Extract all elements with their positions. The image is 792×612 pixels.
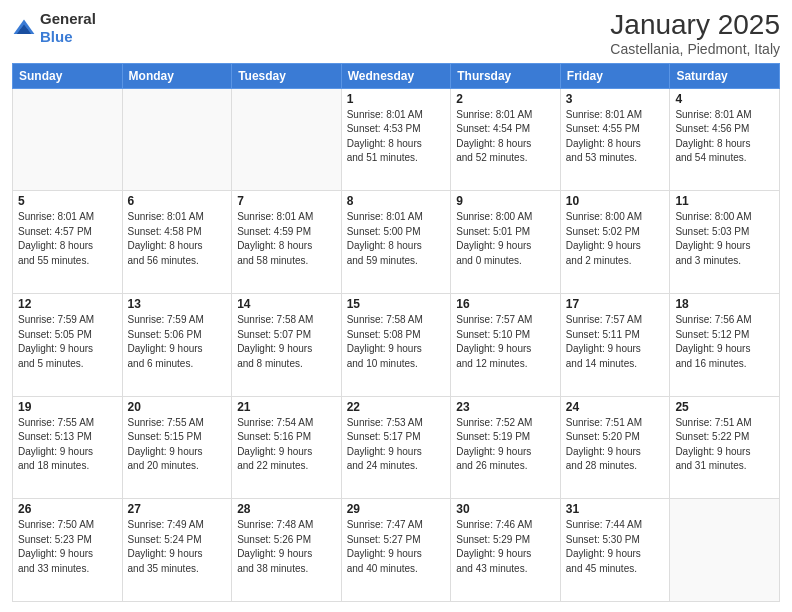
calendar-cell-w5-d2: 27Sunrise: 7:49 AM Sunset: 5:24 PM Dayli… bbox=[122, 499, 232, 602]
logo-text: General Blue bbox=[40, 10, 96, 46]
month-title: January 2025 bbox=[610, 10, 780, 41]
day-info: Sunrise: 8:01 AM Sunset: 4:59 PM Dayligh… bbox=[237, 210, 336, 268]
day-number: 21 bbox=[237, 400, 336, 414]
day-number: 18 bbox=[675, 297, 774, 311]
day-info: Sunrise: 7:48 AM Sunset: 5:26 PM Dayligh… bbox=[237, 518, 336, 576]
day-number: 12 bbox=[18, 297, 117, 311]
day-number: 5 bbox=[18, 194, 117, 208]
calendar-cell-w4-d6: 24Sunrise: 7:51 AM Sunset: 5:20 PM Dayli… bbox=[560, 396, 670, 499]
day-number: 10 bbox=[566, 194, 665, 208]
day-info: Sunrise: 8:00 AM Sunset: 5:03 PM Dayligh… bbox=[675, 210, 774, 268]
calendar-cell-w3-d4: 15Sunrise: 7:58 AM Sunset: 5:08 PM Dayli… bbox=[341, 294, 451, 397]
day-number: 28 bbox=[237, 502, 336, 516]
day-number: 13 bbox=[128, 297, 227, 311]
day-info: Sunrise: 8:01 AM Sunset: 4:54 PM Dayligh… bbox=[456, 108, 555, 166]
day-info: Sunrise: 7:55 AM Sunset: 5:13 PM Dayligh… bbox=[18, 416, 117, 474]
day-info: Sunrise: 7:51 AM Sunset: 5:22 PM Dayligh… bbox=[675, 416, 774, 474]
day-info: Sunrise: 7:59 AM Sunset: 5:06 PM Dayligh… bbox=[128, 313, 227, 371]
calendar-cell-w4-d7: 25Sunrise: 7:51 AM Sunset: 5:22 PM Dayli… bbox=[670, 396, 780, 499]
day-number: 16 bbox=[456, 297, 555, 311]
day-info: Sunrise: 8:00 AM Sunset: 5:02 PM Dayligh… bbox=[566, 210, 665, 268]
calendar-cell-w1-d3 bbox=[232, 88, 342, 191]
logo-icon bbox=[12, 18, 36, 38]
day-number: 30 bbox=[456, 502, 555, 516]
calendar-cell-w4-d5: 23Sunrise: 7:52 AM Sunset: 5:19 PM Dayli… bbox=[451, 396, 561, 499]
day-info: Sunrise: 7:57 AM Sunset: 5:11 PM Dayligh… bbox=[566, 313, 665, 371]
weekday-header-row: Sunday Monday Tuesday Wednesday Thursday… bbox=[13, 63, 780, 88]
calendar-cell-w5-d6: 31Sunrise: 7:44 AM Sunset: 5:30 PM Dayli… bbox=[560, 499, 670, 602]
day-info: Sunrise: 7:49 AM Sunset: 5:24 PM Dayligh… bbox=[128, 518, 227, 576]
calendar-cell-w1-d4: 1Sunrise: 8:01 AM Sunset: 4:53 PM Daylig… bbox=[341, 88, 451, 191]
day-info: Sunrise: 8:01 AM Sunset: 4:57 PM Dayligh… bbox=[18, 210, 117, 268]
calendar-cell-w1-d5: 2Sunrise: 8:01 AM Sunset: 4:54 PM Daylig… bbox=[451, 88, 561, 191]
logo-general: General bbox=[40, 10, 96, 27]
calendar-cell-w2-d7: 11Sunrise: 8:00 AM Sunset: 5:03 PM Dayli… bbox=[670, 191, 780, 294]
calendar-cell-w1-d1 bbox=[13, 88, 123, 191]
day-info: Sunrise: 7:58 AM Sunset: 5:07 PM Dayligh… bbox=[237, 313, 336, 371]
day-info: Sunrise: 7:53 AM Sunset: 5:17 PM Dayligh… bbox=[347, 416, 446, 474]
day-info: Sunrise: 7:56 AM Sunset: 5:12 PM Dayligh… bbox=[675, 313, 774, 371]
header-wednesday: Wednesday bbox=[341, 63, 451, 88]
day-info: Sunrise: 7:59 AM Sunset: 5:05 PM Dayligh… bbox=[18, 313, 117, 371]
calendar-cell-w4-d2: 20Sunrise: 7:55 AM Sunset: 5:15 PM Dayli… bbox=[122, 396, 232, 499]
day-number: 4 bbox=[675, 92, 774, 106]
day-number: 8 bbox=[347, 194, 446, 208]
day-number: 11 bbox=[675, 194, 774, 208]
calendar-cell-w4-d1: 19Sunrise: 7:55 AM Sunset: 5:13 PM Dayli… bbox=[13, 396, 123, 499]
calendar-cell-w3-d7: 18Sunrise: 7:56 AM Sunset: 5:12 PM Dayli… bbox=[670, 294, 780, 397]
header-sunday: Sunday bbox=[13, 63, 123, 88]
day-info: Sunrise: 8:01 AM Sunset: 4:56 PM Dayligh… bbox=[675, 108, 774, 166]
day-number: 27 bbox=[128, 502, 227, 516]
day-info: Sunrise: 7:58 AM Sunset: 5:08 PM Dayligh… bbox=[347, 313, 446, 371]
calendar-cell-w3-d3: 14Sunrise: 7:58 AM Sunset: 5:07 PM Dayli… bbox=[232, 294, 342, 397]
day-number: 20 bbox=[128, 400, 227, 414]
calendar-cell-w2-d3: 7Sunrise: 8:01 AM Sunset: 4:59 PM Daylig… bbox=[232, 191, 342, 294]
calendar-cell-w1-d2 bbox=[122, 88, 232, 191]
calendar-cell-w2-d2: 6Sunrise: 8:01 AM Sunset: 4:58 PM Daylig… bbox=[122, 191, 232, 294]
day-number: 31 bbox=[566, 502, 665, 516]
day-info: Sunrise: 8:00 AM Sunset: 5:01 PM Dayligh… bbox=[456, 210, 555, 268]
week-row-3: 12Sunrise: 7:59 AM Sunset: 5:05 PM Dayli… bbox=[13, 294, 780, 397]
day-number: 17 bbox=[566, 297, 665, 311]
day-number: 6 bbox=[128, 194, 227, 208]
calendar-cell-w5-d7 bbox=[670, 499, 780, 602]
calendar-cell-w1-d6: 3Sunrise: 8:01 AM Sunset: 4:55 PM Daylig… bbox=[560, 88, 670, 191]
calendar-cell-w5-d3: 28Sunrise: 7:48 AM Sunset: 5:26 PM Dayli… bbox=[232, 499, 342, 602]
header-monday: Monday bbox=[122, 63, 232, 88]
calendar-body: 1Sunrise: 8:01 AM Sunset: 4:53 PM Daylig… bbox=[13, 88, 780, 601]
calendar-cell-w2-d5: 9Sunrise: 8:00 AM Sunset: 5:01 PM Daylig… bbox=[451, 191, 561, 294]
day-number: 23 bbox=[456, 400, 555, 414]
header-thursday: Thursday bbox=[451, 63, 561, 88]
calendar-cell-w2-d6: 10Sunrise: 8:00 AM Sunset: 5:02 PM Dayli… bbox=[560, 191, 670, 294]
logo-blue: Blue bbox=[40, 28, 73, 45]
svg-rect-2 bbox=[20, 29, 28, 34]
day-info: Sunrise: 8:01 AM Sunset: 5:00 PM Dayligh… bbox=[347, 210, 446, 268]
calendar-cell-w4-d3: 21Sunrise: 7:54 AM Sunset: 5:16 PM Dayli… bbox=[232, 396, 342, 499]
day-info: Sunrise: 8:01 AM Sunset: 4:55 PM Dayligh… bbox=[566, 108, 665, 166]
day-number: 14 bbox=[237, 297, 336, 311]
calendar-cell-w2-d1: 5Sunrise: 8:01 AM Sunset: 4:57 PM Daylig… bbox=[13, 191, 123, 294]
calendar-cell-w5-d1: 26Sunrise: 7:50 AM Sunset: 5:23 PM Dayli… bbox=[13, 499, 123, 602]
calendar-cell-w3-d1: 12Sunrise: 7:59 AM Sunset: 5:05 PM Dayli… bbox=[13, 294, 123, 397]
week-row-2: 5Sunrise: 8:01 AM Sunset: 4:57 PM Daylig… bbox=[13, 191, 780, 294]
day-number: 15 bbox=[347, 297, 446, 311]
location-subtitle: Castellania, Piedmont, Italy bbox=[610, 41, 780, 57]
calendar-cell-w1-d7: 4Sunrise: 8:01 AM Sunset: 4:56 PM Daylig… bbox=[670, 88, 780, 191]
calendar-cell-w5-d5: 30Sunrise: 7:46 AM Sunset: 5:29 PM Dayli… bbox=[451, 499, 561, 602]
header: General Blue January 2025 Castellania, P… bbox=[12, 10, 780, 57]
calendar-cell-w3-d2: 13Sunrise: 7:59 AM Sunset: 5:06 PM Dayli… bbox=[122, 294, 232, 397]
day-number: 29 bbox=[347, 502, 446, 516]
day-number: 2 bbox=[456, 92, 555, 106]
day-number: 9 bbox=[456, 194, 555, 208]
day-number: 3 bbox=[566, 92, 665, 106]
day-info: Sunrise: 7:46 AM Sunset: 5:29 PM Dayligh… bbox=[456, 518, 555, 576]
day-number: 26 bbox=[18, 502, 117, 516]
day-info: Sunrise: 7:44 AM Sunset: 5:30 PM Dayligh… bbox=[566, 518, 665, 576]
day-number: 7 bbox=[237, 194, 336, 208]
calendar-cell-w4-d4: 22Sunrise: 7:53 AM Sunset: 5:17 PM Dayli… bbox=[341, 396, 451, 499]
day-number: 1 bbox=[347, 92, 446, 106]
header-friday: Friday bbox=[560, 63, 670, 88]
day-info: Sunrise: 7:55 AM Sunset: 5:15 PM Dayligh… bbox=[128, 416, 227, 474]
week-row-1: 1Sunrise: 8:01 AM Sunset: 4:53 PM Daylig… bbox=[13, 88, 780, 191]
calendar-table: Sunday Monday Tuesday Wednesday Thursday… bbox=[12, 63, 780, 602]
